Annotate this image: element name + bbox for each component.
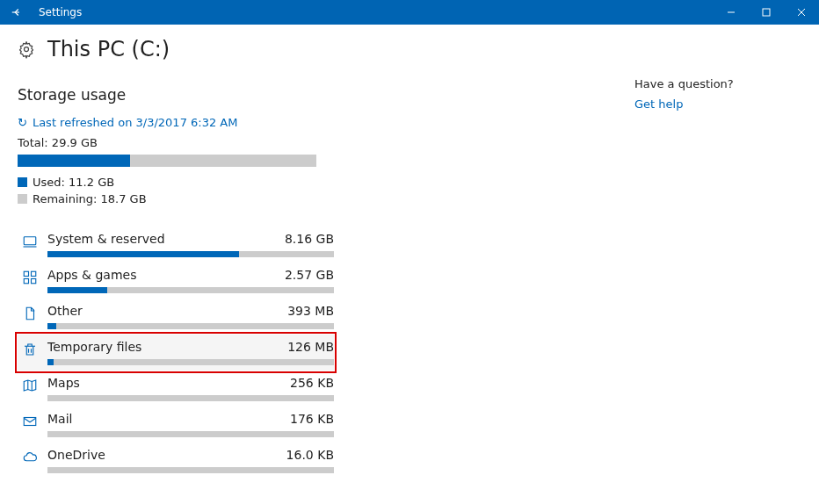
help-heading: Have a question? [634,77,801,90]
remaining-label: Remaining: 18.7 GB [33,192,147,205]
category-bar [47,323,334,329]
category-bar-fill [47,251,239,257]
pc-icon [18,232,42,249]
svg-rect-10 [24,418,36,426]
legend-remaining: Remaining: 18.7 GB [18,192,626,205]
category-bar [47,359,334,365]
used-swatch [18,177,27,187]
category-body: Maps256 KB [42,376,334,405]
trash-icon [18,340,42,357]
category-bar [47,251,334,257]
get-help-link[interactable]: Get help [634,97,801,111]
category-body: Other393 MB [42,304,334,333]
category-row-apps[interactable]: Apps & games2.57 GB [18,263,334,299]
svg-rect-5 [24,237,36,245]
arrow-left-icon [11,6,23,18]
category-row-onedrive[interactable]: OneDrive16.0 KB [18,443,334,479]
mail-icon [18,412,42,429]
category-label: System & reserved [47,232,165,246]
close-button[interactable] [784,0,819,25]
svg-point-4 [25,47,29,52]
category-bar-fill [47,359,54,365]
category-label: Apps & games [47,268,136,282]
total-label: Total: 29.9 GB [18,136,626,149]
right-rail: Have a question? Get help [626,37,801,479]
svg-rect-7 [32,271,36,276]
category-size: 256 KB [290,376,334,390]
minimize-button[interactable] [714,0,749,25]
category-bar-fill [47,287,107,293]
svg-rect-1 [763,9,770,16]
category-size: 16.0 KB [286,448,334,462]
category-body: Temporary files126 MB [42,340,334,369]
total-usage-fill [18,155,130,167]
category-label: Other [47,304,83,318]
back-button[interactable] [0,0,33,25]
category-size: 393 MB [287,304,334,318]
app-title: Settings [33,6,82,18]
category-row-other[interactable]: Other393 MB [18,299,334,335]
page-title: This PC (C:) [47,37,170,61]
maximize-icon [762,8,771,17]
other-icon [18,304,42,321]
apps-icon [18,268,42,285]
used-label: Used: 11.2 GB [33,176,114,189]
total-usage-bar [18,155,316,167]
category-size: 126 MB [287,340,334,354]
svg-rect-6 [24,271,28,276]
category-body: Apps & games2.57 GB [42,268,334,297]
category-bar-fill [47,323,56,329]
category-size: 2.57 GB [285,268,334,282]
refresh-icon: ↻ [18,116,27,129]
maximize-button[interactable] [749,0,784,25]
minimize-icon [727,8,736,17]
svg-rect-8 [24,279,28,284]
category-size: 176 KB [290,412,334,426]
legend-used: Used: 11.2 GB [18,176,626,189]
category-row-system[interactable]: System & reserved8.16 GB [18,227,334,263]
remaining-swatch [18,194,27,204]
category-list: System & reserved8.16 GBApps & games2.57… [18,227,334,479]
category-label: Maps [47,376,80,390]
map-icon [18,376,42,393]
category-bar [47,431,334,437]
category-bar [47,467,334,473]
refresh-row[interactable]: ↻ Last refreshed on 3/3/2017 6:32 AM [18,116,626,129]
category-bar [47,395,334,401]
category-row-mail[interactable]: Mail176 KB [18,407,334,443]
category-label: Mail [47,412,72,426]
category-size: 8.16 GB [285,232,334,246]
gear-icon [18,40,35,58]
close-icon [797,8,806,17]
category-label: OneDrive [47,448,105,462]
category-row-temp[interactable]: Temporary files126 MB [18,335,334,371]
titlebar: Settings [0,0,819,25]
category-label: Temporary files [47,340,141,354]
section-heading: Storage usage [18,86,626,104]
refresh-text: Last refreshed on 3/3/2017 6:32 AM [33,116,238,129]
category-body: Mail176 KB [42,412,334,441]
category-bar [47,287,334,293]
category-body: System & reserved8.16 GB [42,232,334,261]
category-row-maps[interactable]: Maps256 KB [18,371,334,407]
cloud-icon [18,448,42,465]
category-body: OneDrive16.0 KB [42,448,334,477]
svg-rect-9 [32,279,36,284]
